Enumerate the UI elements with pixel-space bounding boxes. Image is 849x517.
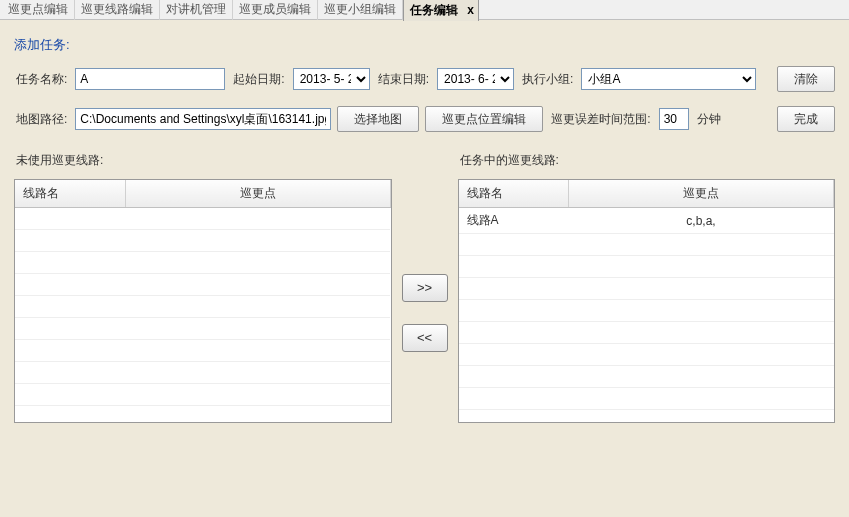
unused-col-route[interactable]: 线路名: [15, 180, 125, 208]
intask-col-route[interactable]: 线路名: [459, 180, 569, 208]
label-task-name: 任务名称:: [14, 71, 67, 88]
tab-patrol-route-edit[interactable]: 巡更线路编辑: [75, 0, 160, 20]
task-name-input[interactable]: [75, 68, 225, 90]
time-range-input[interactable]: [659, 108, 689, 130]
remove-route-button[interactable]: <<: [402, 324, 448, 352]
table-row[interactable]: [459, 322, 834, 344]
table-row[interactable]: [459, 388, 834, 410]
label-start-date: 起始日期:: [231, 71, 284, 88]
group-select[interactable]: 小组A: [581, 68, 756, 90]
end-date-select[interactable]: 2013- 6- 2: [437, 68, 514, 90]
tab-patrol-point-edit[interactable]: 巡更点编辑: [2, 0, 75, 20]
unused-routes-panel: 未使用巡更线路: 线路名 巡更点: [14, 152, 392, 423]
label-end-date: 结束日期:: [376, 71, 429, 88]
in-task-routes-table-container[interactable]: 线路名 巡更点 线路A c,b,a,: [458, 179, 836, 423]
table-row[interactable]: 线路A c,b,a,: [459, 208, 834, 234]
tab-patrol-member-edit[interactable]: 巡更成员编辑: [233, 0, 318, 20]
tab-task-edit[interactable]: 任务编辑 x: [403, 0, 479, 21]
form-row-1: 任务名称: 起始日期: 2013- 5- 2 结束日期: 2013- 6- 2 …: [14, 66, 835, 92]
edit-points-button[interactable]: 巡更点位置编辑: [425, 106, 543, 132]
label-map-path: 地图路径:: [14, 111, 67, 128]
table-row[interactable]: [15, 340, 390, 362]
in-task-routes-panel: 任务中的巡更线路: 线路名 巡更点 线路A c,b,a,: [458, 152, 836, 423]
transfer-buttons: >> <<: [402, 152, 448, 423]
table-row[interactable]: [459, 278, 834, 300]
in-task-routes-label: 任务中的巡更线路:: [458, 152, 836, 169]
label-minutes: 分钟: [695, 111, 721, 128]
unused-routes-table: 线路名 巡更点: [15, 180, 391, 406]
tab-task-edit-label: 任务编辑: [410, 3, 458, 17]
tab-bar: 巡更点编辑 巡更线路编辑 对讲机管理 巡更成员编辑 巡更小组编辑 任务编辑 x: [0, 0, 849, 20]
finish-button[interactable]: 完成: [777, 106, 835, 132]
tab-radio-manage[interactable]: 对讲机管理: [160, 0, 233, 20]
form-row-2: 地图路径: 选择地图 巡更点位置编辑 巡更误差时间范围: 分钟 完成: [14, 106, 835, 132]
intask-col-points[interactable]: 巡更点: [569, 180, 834, 208]
cell-points: c,b,a,: [569, 208, 834, 234]
table-row[interactable]: [459, 256, 834, 278]
close-icon[interactable]: x: [467, 3, 474, 17]
map-path-input[interactable]: [75, 108, 331, 130]
table-row[interactable]: [15, 252, 390, 274]
clear-button[interactable]: 清除: [777, 66, 835, 92]
cell-route: 线路A: [459, 208, 569, 234]
in-task-routes-table: 线路名 巡更点 线路A c,b,a,: [459, 180, 835, 410]
table-row[interactable]: [15, 384, 390, 406]
start-date-select[interactable]: 2013- 5- 2: [293, 68, 370, 90]
table-row[interactable]: [459, 344, 834, 366]
section-add-task: 添加任务:: [14, 36, 835, 54]
table-row[interactable]: [15, 362, 390, 384]
choose-map-button[interactable]: 选择地图: [337, 106, 419, 132]
table-row[interactable]: [459, 300, 834, 322]
unused-col-points[interactable]: 巡更点: [125, 180, 390, 208]
label-time-range: 巡更误差时间范围:: [549, 111, 650, 128]
add-route-button[interactable]: >>: [402, 274, 448, 302]
table-row[interactable]: [15, 318, 390, 340]
table-row[interactable]: [15, 230, 390, 252]
table-row[interactable]: [15, 208, 390, 230]
label-group: 执行小组:: [520, 71, 573, 88]
unused-routes-label: 未使用巡更线路:: [14, 152, 392, 169]
table-row[interactable]: [15, 296, 390, 318]
table-row[interactable]: [15, 274, 390, 296]
lower-area: 未使用巡更线路: 线路名 巡更点: [14, 152, 835, 423]
content-area: 添加任务: 任务名称: 起始日期: 2013- 5- 2 结束日期: 2013-…: [0, 20, 849, 517]
tab-patrol-group-edit[interactable]: 巡更小组编辑: [318, 0, 403, 20]
table-row[interactable]: [459, 366, 834, 388]
unused-routes-table-container[interactable]: 线路名 巡更点: [14, 179, 392, 423]
table-row[interactable]: [459, 234, 834, 256]
